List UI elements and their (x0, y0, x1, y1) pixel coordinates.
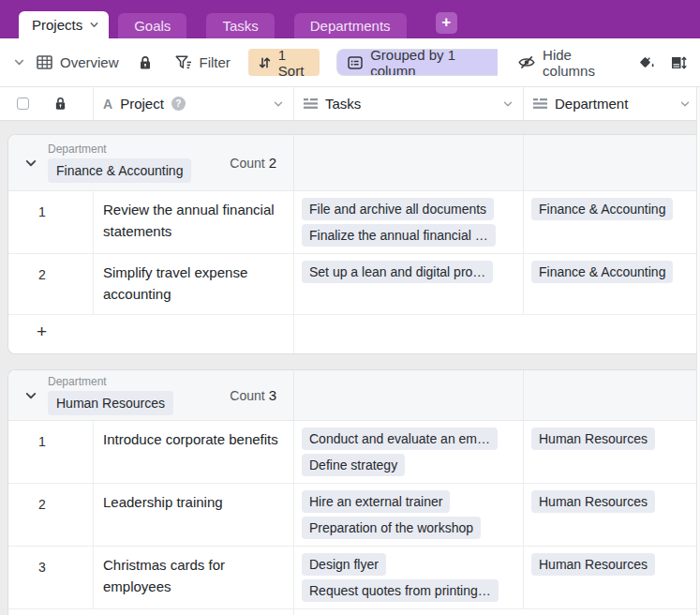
department-cell[interactable]: Finance & Accounting (523, 254, 700, 314)
tasks-cell[interactable]: Design flyer Request quotes from printin… (293, 547, 523, 608)
table-header-row: A Project ? Tasks (0, 87, 700, 121)
task-tag[interactable]: Request quotes from printing… (302, 579, 499, 602)
column-name: Department (555, 96, 628, 112)
project-cell[interactable]: Leadership training (93, 484, 293, 546)
table-row[interactable]: 2 Simplify travel expense accounting Set… (8, 254, 700, 315)
project-cell[interactable]: Simplify travel expense accounting (93, 254, 293, 314)
group-human-resources: Department Human Resources Count3 1 Intr… (7, 369, 700, 615)
department-tag[interactable]: Human Resources (531, 428, 655, 450)
department-cell[interactable]: Human Resources (523, 484, 700, 546)
collapse-toolbar-chevron-icon[interactable] (13, 56, 25, 68)
chevron-down-icon[interactable] (89, 20, 99, 30)
table-body: Department Finance & Accounting Count2 1… (0, 121, 700, 615)
filter-label: Filter (200, 54, 231, 70)
task-tag[interactable]: Finalize the annual financial … (302, 224, 496, 247)
hide-columns-button[interactable]: Hide columns (518, 47, 616, 79)
task-tag[interactable]: Conduct and evaluate an em… (302, 428, 498, 450)
tab-label: Departments (310, 18, 391, 34)
column-header-tasks[interactable]: Tasks (293, 87, 523, 120)
project-cell[interactable]: Introduce corporate benefits (93, 421, 293, 483)
table-row[interactable]: 1 Review the annual financial statements… (8, 191, 700, 254)
view-selector[interactable]: Overview (37, 54, 119, 70)
row-number[interactable]: 2 (8, 484, 93, 546)
project-cell[interactable]: Christmas cards for employees (93, 547, 293, 608)
help-icon[interactable]: ? (171, 97, 186, 111)
hide-columns-label: Hide columns (543, 47, 616, 79)
tab-label: Goals (134, 18, 171, 34)
project-cell[interactable]: Review the annual financial statements (93, 191, 293, 253)
group-header[interactable]: Department Finance & Accounting Count2 (8, 135, 700, 191)
tab-label: Projects (32, 17, 82, 33)
group-header[interactable]: Department Human Resources Count3 (8, 370, 700, 421)
task-tag[interactable]: File and archive all documents (302, 198, 494, 220)
sort-arrows-icon (259, 56, 271, 69)
text-column-type-icon: A (103, 97, 112, 112)
table-right-edge (696, 87, 700, 615)
view-name: Overview (60, 54, 119, 70)
tab-label: Tasks (222, 18, 258, 34)
column-name: Project (120, 96, 164, 112)
column-header-department[interactable]: Department (523, 87, 700, 120)
column-name: Tasks (325, 96, 361, 112)
group-field-label: Department (48, 375, 173, 388)
link-column-type-icon (304, 98, 318, 109)
add-row-row: + (8, 609, 700, 615)
chevron-down-icon[interactable] (679, 98, 691, 110)
task-tag[interactable]: Set up a lean and digital pro… (302, 261, 493, 283)
row-number[interactable]: 2 (8, 254, 93, 314)
group-value-tag: Finance & Accounting (48, 158, 191, 183)
collapse-group-chevron-icon[interactable] (24, 389, 37, 402)
fill-color-bucket-icon[interactable] (638, 55, 655, 69)
sort-button[interactable]: 1 Sort (248, 49, 320, 76)
group-count: Count2 (230, 155, 276, 171)
task-tag[interactable]: Define strategy (302, 454, 405, 476)
group-count: Count3 (230, 387, 276, 403)
tasks-cell[interactable]: Conduct and evaluate an em… Define strat… (293, 421, 523, 483)
lock-view-icon[interactable] (139, 55, 152, 70)
group-finance-accounting: Department Finance & Accounting Count2 1… (7, 134, 700, 354)
link-column-type-icon (533, 98, 547, 109)
tasks-cell[interactable]: File and archive all documents Finalize … (293, 191, 523, 253)
table-row[interactable]: 2 Leadership training Hire an external t… (8, 484, 700, 547)
chevron-down-icon[interactable] (273, 98, 284, 110)
column-header-project[interactable]: A Project ? (93, 87, 293, 120)
tab-departments[interactable]: Departments (294, 13, 407, 38)
table-row[interactable]: 3 Christmas cards for employees Design f… (8, 547, 700, 609)
table-row[interactable]: 1 Introduce corporate benefits Conduct a… (8, 421, 700, 484)
department-cell[interactable]: Human Resources (523, 547, 700, 608)
filter-button[interactable]: Filter (175, 54, 231, 70)
lock-column-icon (54, 97, 67, 111)
select-all-checkbox[interactable] (17, 98, 29, 110)
tab-tasks[interactable]: Tasks (206, 13, 274, 38)
group-field-label: Department (48, 142, 191, 156)
task-tag[interactable]: Hire an external trainer (302, 490, 450, 513)
view-toolbar: Overview Filter (0, 38, 700, 87)
tasks-cell[interactable]: Set up a lean and digital pro… (293, 254, 523, 314)
task-tag[interactable]: Design flyer (302, 553, 386, 576)
department-tag[interactable]: Human Resources (531, 553, 655, 576)
department-tag[interactable]: Finance & Accounting (531, 261, 673, 283)
tab-goals[interactable]: Goals (118, 13, 186, 38)
group-button[interactable]: Grouped by 1 column (336, 49, 498, 76)
tasks-cell[interactable]: Hire an external trainer Preparation of … (293, 484, 523, 546)
task-tag[interactable]: Preparation of the workshop (302, 517, 481, 539)
group-icon (348, 56, 363, 69)
group-label: Grouped by 1 column (370, 49, 487, 76)
department-cell[interactable]: Human Resources (523, 421, 700, 483)
row-height-icon[interactable] (671, 55, 687, 70)
row-number[interactable]: 3 (8, 547, 93, 608)
header-select-cell (0, 87, 93, 120)
department-cell[interactable]: Finance & Accounting (523, 191, 700, 253)
department-tag[interactable]: Finance & Accounting (531, 198, 673, 220)
eye-slash-icon (518, 55, 535, 69)
chevron-down-icon[interactable] (502, 98, 514, 110)
add-table-button[interactable]: + (436, 12, 457, 34)
sort-label: 1 Sort (278, 47, 309, 79)
collapse-group-chevron-icon[interactable] (24, 157, 37, 170)
row-number[interactable]: 1 (8, 421, 93, 483)
tab-projects[interactable]: Projects (19, 11, 109, 38)
department-tag[interactable]: Human Resources (531, 490, 655, 513)
add-row-button[interactable]: + (37, 322, 47, 341)
group-value-tag: Human Resources (48, 391, 173, 415)
row-number[interactable]: 1 (8, 191, 93, 253)
